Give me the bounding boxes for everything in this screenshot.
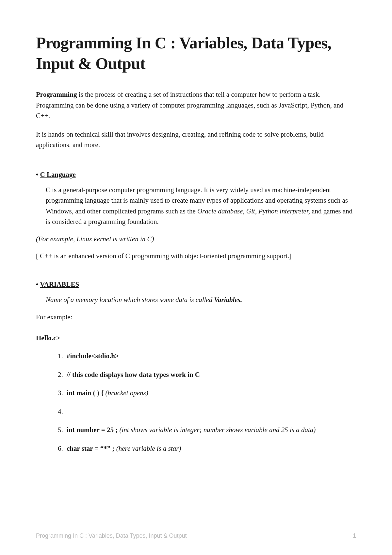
footer-title: Programming In C : Variables, Data Types… <box>36 532 187 539</box>
code-line-comment: (here variable is a star) <box>115 445 181 452</box>
section-c-heading: • C Language <box>36 171 356 179</box>
code-line: char star = “*” ; (here variable is a st… <box>65 443 356 454</box>
code-line: #include<stdio.h> <box>65 351 356 362</box>
code-line-bold: #include<stdio.h> <box>67 352 119 360</box>
code-line-bold: char star = “*” ; <box>67 445 115 452</box>
section-c-body: C is a general-purpose computer programm… <box>36 185 356 227</box>
intro-bold-word: Programming <box>36 91 77 98</box>
code-line <box>65 406 356 417</box>
intro-p1-rest: is the process of creating a set of inst… <box>36 91 343 120</box>
section-vars-heading: • VARIABLES <box>36 280 356 289</box>
section-c-heading-label: C Language <box>40 171 76 178</box>
section-c-example: (For example, Linux kernel is written in… <box>36 234 356 244</box>
bullet-icon: • <box>36 171 38 178</box>
code-line-bold: int number = 25 ; <box>67 426 118 434</box>
variables-definition: Name of a memory location which stores s… <box>36 294 356 305</box>
vars-def-bold: Variables. <box>214 296 242 304</box>
code-line: int main ( ) { (bracket opens) <box>65 388 356 398</box>
code-listing: #include<stdio.h> // this code displays … <box>36 351 356 454</box>
bullet-icon: • <box>36 280 38 288</box>
code-line-bold: int main ( ) { <box>67 389 104 397</box>
intro-paragraph-2: It is hands-on technical skill that invo… <box>36 129 356 150</box>
footer-page-number: 1 <box>353 532 356 539</box>
code-line: int number = 25 ; (int shows variable is… <box>65 425 356 435</box>
intro-paragraph-1: Programming is the process of creating a… <box>36 89 356 121</box>
section-c-cpp-note: [ C++ is an enhanced version of C progra… <box>36 251 356 261</box>
code-line: // this code displays how data types wor… <box>65 369 356 380</box>
page-footer: Programming In C : Variables, Data Types… <box>36 532 356 539</box>
section-c-body-em: Oracle database, Git, Python interpreter… <box>197 207 310 215</box>
for-example-label: For example: <box>36 312 356 323</box>
code-line-comment: (bracket opens) <box>104 389 148 397</box>
vars-def-pre: Name of a memory location which stores s… <box>46 296 214 304</box>
section-vars-heading-label: VARIABLES <box>40 280 79 288</box>
code-line-bold: // this code displays how data types wor… <box>67 371 200 378</box>
code-filename: Hello.c> <box>36 334 356 342</box>
code-line-comment: (int shows variable is integer; number s… <box>118 426 316 434</box>
page-title: Programming In C : Variables, Data Types… <box>36 33 356 74</box>
